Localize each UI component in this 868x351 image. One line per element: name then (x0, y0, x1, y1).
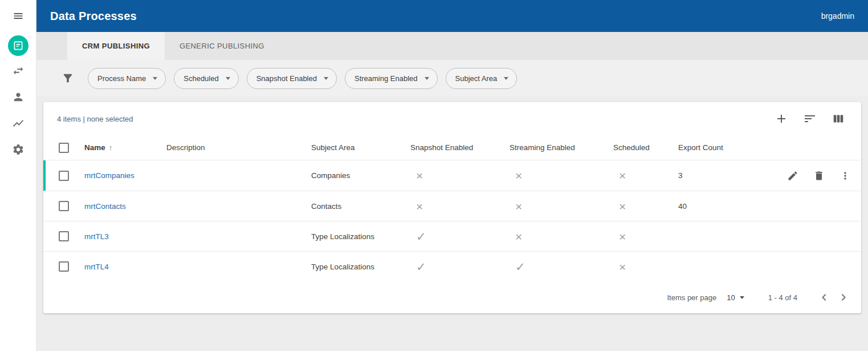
sort-ascending-icon: ↑ (109, 143, 113, 152)
publishing-icon (13, 40, 24, 51)
filter-bar: Process Name Scheduled Snapshot Enabled … (36, 60, 868, 96)
snapshot-cross-icon: × (416, 200, 423, 213)
table-header: Name↑ Description Subject Area Snapshot … (43, 135, 861, 160)
page-size-value: 10 (727, 293, 735, 302)
selection-summary: 4 items | none selected (57, 115, 133, 123)
sidebar-item-settings[interactable] (7, 138, 30, 161)
table-row[interactable]: mrtCompanies Companies × × × 3 (43, 160, 861, 191)
subject-area-cell: Type Localizations (311, 232, 410, 241)
filter-chip-label: Streaming Enabled (354, 74, 418, 83)
plus-icon (775, 112, 788, 126)
pencil-icon (787, 170, 798, 181)
column-header-streaming-enabled[interactable]: Streaming Enabled (510, 143, 613, 152)
chevron-right-icon (837, 291, 850, 304)
filter-chip-label: Subject Area (455, 74, 498, 83)
chevron-down-icon (226, 77, 230, 80)
tab-generic-publishing[interactable]: GENERIC PUBLISHING (165, 32, 279, 60)
hamburger-icon (13, 10, 24, 22)
streaming-cross-icon: × (515, 230, 522, 243)
snapshot-check-icon: ✓ (416, 260, 426, 273)
user-menu[interactable]: brgadmin (821, 11, 854, 21)
table-row[interactable]: mrtContacts Contacts × × × 40 (43, 191, 861, 221)
process-name-link[interactable]: mrtContacts (84, 202, 126, 211)
filter-chip-scheduled[interactable]: Scheduled (174, 68, 238, 89)
next-page-button[interactable] (834, 288, 853, 307)
streaming-check-icon: ✓ (515, 260, 525, 273)
filter-chip-snapshot-enabled[interactable]: Snapshot Enabled (247, 68, 337, 89)
filter-chip-process-name[interactable]: Process Name (88, 68, 166, 89)
scheduled-cross-icon: × (619, 169, 626, 182)
delete-button[interactable] (813, 170, 825, 181)
filter-button[interactable] (59, 72, 76, 84)
swap-horizontal-icon (12, 64, 25, 77)
sidebar-item-data-processes[interactable] (8, 35, 28, 56)
column-header-description[interactable]: Description (166, 143, 311, 152)
items-per-page-label: Items per page (667, 293, 717, 302)
edit-button[interactable] (787, 170, 798, 181)
user-icon (12, 91, 25, 103)
filter-chip-streaming-enabled[interactable]: Streaming Enabled (345, 68, 438, 89)
filter-chip-label: Scheduled (184, 74, 218, 83)
streaming-cross-icon: × (515, 200, 522, 213)
app-header: Data Processes brgadmin (36, 0, 868, 32)
data-table-card: 4 items | none selected Name↑ (43, 102, 861, 313)
tab-crm-publishing[interactable]: CRM PUBLISHING (67, 32, 165, 60)
previous-page-button[interactable] (814, 288, 834, 307)
tab-bar: CRM PUBLISHING GENERIC PUBLISHING (36, 32, 868, 60)
scheduled-cross-icon: × (619, 200, 626, 213)
process-name-link[interactable]: mrtCompanies (84, 171, 135, 180)
export-count-cell: 40 (678, 202, 756, 211)
sidebar-item-transfers[interactable] (7, 59, 30, 82)
more-button[interactable] (840, 170, 851, 181)
tab-label: CRM PUBLISHING (82, 42, 150, 50)
filter-chip-subject-area[interactable]: Subject Area (446, 68, 517, 89)
chevron-down-icon (324, 77, 328, 80)
trash-icon (813, 170, 825, 181)
sidebar-item-analytics[interactable] (7, 112, 30, 135)
row-checkbox[interactable] (59, 171, 69, 181)
table-row[interactable]: mrtTL4 Type Localizations ✓ ✓ × (43, 251, 861, 281)
column-header-name[interactable]: Name↑ (84, 143, 166, 152)
column-header-subject-area[interactable]: Subject Area (311, 143, 410, 152)
pagination: Items per page 10 1 - 4 of 4 (43, 281, 861, 313)
filter-funnel-icon (62, 72, 74, 84)
menu-button[interactable] (0, 0, 36, 32)
chevron-left-icon (817, 291, 831, 304)
sort-icon (803, 112, 817, 126)
streaming-cross-icon: × (515, 169, 522, 182)
columns-icon (832, 112, 845, 125)
column-header-scheduled[interactable]: Scheduled (613, 143, 678, 152)
process-name-link[interactable]: mrtTL4 (84, 263, 109, 271)
chevron-down-icon (740, 296, 744, 299)
tab-label: GENERIC PUBLISHING (180, 42, 264, 50)
export-count-cell: 3 (678, 171, 756, 180)
chevron-down-icon (153, 77, 157, 80)
content-area: 4 items | none selected Name↑ (36, 96, 868, 351)
filter-chip-label: Process Name (97, 74, 146, 83)
chevron-down-icon (504, 77, 508, 80)
row-checkbox[interactable] (59, 201, 69, 211)
page-size-select[interactable]: 10 (727, 293, 744, 302)
settings-gear-icon (12, 143, 25, 156)
row-checkbox[interactable] (59, 231, 69, 241)
column-header-export-count[interactable]: Export Count (678, 143, 756, 152)
select-all-checkbox[interactable] (59, 143, 69, 153)
column-header-snapshot-enabled[interactable]: Snapshot Enabled (410, 143, 510, 152)
row-checkbox[interactable] (59, 261, 69, 272)
table-toolbar: 4 items | none selected (43, 102, 861, 135)
columns-button[interactable] (830, 111, 846, 127)
process-name-link[interactable]: mrtTL3 (84, 232, 109, 241)
table-row[interactable]: mrtTL3 Type Localizations ✓ × × (43, 221, 861, 251)
sidebar-item-users[interactable] (7, 86, 30, 108)
sort-button[interactable] (802, 111, 818, 127)
column-label: Name (84, 143, 105, 152)
chevron-down-icon (425, 77, 429, 80)
sidebar (0, 0, 36, 351)
subject-area-cell: Contacts (311, 202, 410, 211)
page-range: 1 - 4 of 4 (768, 293, 797, 302)
scheduled-cross-icon: × (619, 260, 626, 273)
subject-area-cell: Companies (311, 171, 410, 180)
snapshot-cross-icon: × (416, 169, 423, 182)
add-button[interactable] (773, 111, 789, 127)
snapshot-check-icon: ✓ (416, 230, 426, 243)
